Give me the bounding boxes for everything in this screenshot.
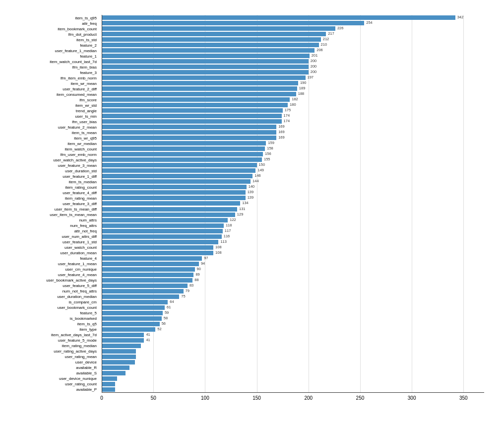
bar-row: 342 [102,15,484,20]
y-feature-label: feature_1 [80,54,97,58]
bar-value-label: 210 [320,42,327,47]
bar-value-label: 197 [307,75,314,79]
bar-row: 169 [102,124,484,130]
bar-row: 212 [102,37,484,42]
bar: 174 [102,114,282,118]
y-feature-label: user_rating_mean [65,355,97,359]
bar-row: 158 [102,146,484,151]
bar-row: 64 [102,299,484,305]
bar-value-label: 182 [291,97,298,101]
bar: 90 [102,267,195,272]
bar: 200 [102,70,309,74]
bar-value-label: 56 [161,321,166,326]
bar-row: 83 [102,283,484,289]
bar-row: 75 [102,294,484,299]
bar-value-label: 118 [225,223,232,227]
y-feature-label: user_cm_nunique [65,267,97,272]
bar-row: 188 [102,91,484,97]
bar-value-label: 150 [258,162,265,167]
y-feature-label: item_ts_median [69,179,97,184]
bar-row [102,360,484,365]
y-feature-label: attr_not_freq [74,229,97,233]
bar [102,365,129,370]
bar-row: 254 [102,20,484,26]
bar-value-label: 140 [248,184,255,189]
bar-row: 155 [102,157,484,162]
bar: 159 [102,141,266,145]
y-feature-label: user_rating_active_days [54,349,97,354]
bar-row: 144 [102,179,484,184]
x-tick: 250 [356,395,365,401]
bar-value-label: 122 [229,218,236,222]
bar: 75 [102,294,179,299]
bar-row: 134 [102,201,484,206]
bar-row: 150 [102,162,484,168]
y-feature-label: user_feature_3_mean [58,163,97,167]
bar: 189 [102,86,297,91]
bar-value-label: 342 [456,15,464,19]
bar-value-label: 41 [145,332,150,337]
bar-row [102,370,484,376]
bar-row: 56 [102,321,484,327]
y-feature-label: lfm_user_bias [72,119,97,124]
bar: 113 [102,240,218,244]
bar-row: 94 [102,261,484,267]
bar: 64 [102,300,168,304]
bar-row: 159 [102,141,484,146]
bar-row: 89 [102,272,484,278]
bar: 190 [102,81,298,85]
bar-value-label: 64 [169,299,174,304]
y-feature-label: lfm_score [79,97,97,102]
y-feature-label: num_attrs [79,218,97,222]
bar-row: 169 [102,135,484,141]
bar: 156 [102,152,263,156]
chart-area: item_ts_q95attr_freqitem_bookmark_countl… [89,15,484,407]
bar: 254 [102,21,364,25]
bar-row: 41 [102,338,484,343]
bar: 342 [102,15,455,20]
bar-value-label: 169 [277,135,285,140]
y-feature-label: lfm_user_emb_norm [61,152,97,156]
bar-value-label: 59 [164,310,169,315]
bar-value-label: 61 [166,305,171,309]
bar: 175 [102,108,283,113]
bar-row [102,365,484,370]
y-feature-label: user_bookmark_count [58,305,97,310]
bar-value-label: 134 [241,201,249,205]
bar-row [102,376,484,381]
bar-row: 200 [102,70,484,75]
y-feature-label: item_active_days_last_7d [51,333,97,337]
bar-row: 113 [102,239,484,245]
bar-value-label: 189 [298,86,306,90]
bar-value-label: 159 [267,141,274,145]
bar: 61 [102,305,165,310]
bar-value-label: 75 [180,294,185,298]
bar-row: 122 [102,218,484,223]
y-feature-label: is_compare_cm [69,300,97,304]
bar-row: 149 [102,168,484,173]
y-feature-label: item_rating_count [65,185,97,189]
bar-value-label: 131 [238,207,246,211]
bar [102,355,136,359]
bar-value-label: 174 [283,119,290,123]
y-feature-label: user_duration_std [65,168,97,173]
bar-value-label: 212 [322,37,329,41]
x-tick: 100 [201,395,209,401]
bar-value-label: 116 [223,234,230,238]
y-feature-label: user_feature_3_diff [63,202,97,206]
y-feature-label: item_ts_q95 [75,15,97,20]
bar [102,376,117,381]
bar: 108 [102,251,213,255]
bar-row: 108 [102,250,484,256]
bar-row: 200 [102,64,484,70]
bar-row: 206 [102,48,484,53]
bar: 41 [102,333,144,337]
bar-value-label: 226 [336,26,344,30]
bar [102,387,115,392]
bar-row: 140 [102,184,484,190]
bar-row: 79 [102,289,484,294]
bar-value-label: 200 [310,59,317,63]
bar: 174 [102,119,282,124]
x-tick: 200 [304,395,313,401]
bar-row: 59 [102,310,484,316]
